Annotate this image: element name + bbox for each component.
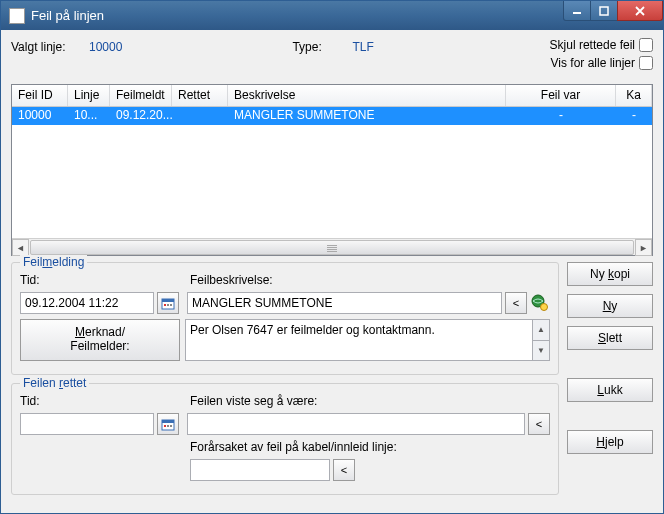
skjul-rettede-row: Skjul rettede feil [550, 38, 653, 52]
client-area: Valgt linje: 10000 Type: TLF Skjul rette… [1, 30, 663, 513]
merknad-textarea[interactable] [185, 319, 533, 361]
rettet-legend: Feilen rettet [20, 376, 89, 390]
ny-kopi-button[interactable]: Ny kopi [567, 262, 653, 286]
col-linje[interactable]: Linje [68, 85, 110, 106]
link-button[interactable] [530, 292, 550, 314]
col-rettet[interactable]: Rettet [172, 85, 228, 106]
vis-alle-checkbox[interactable] [639, 56, 653, 70]
lower-pane: Feilmelding Tid: Feilbeskrivelse: [11, 262, 653, 503]
svg-point-8 [541, 304, 548, 311]
feilbeskrivelse-label: Feilbeskrivelse: [190, 273, 550, 287]
button-column: Ny kopi Ny Slett Lukk Hjelp [567, 262, 653, 503]
svg-rect-4 [164, 304, 166, 306]
col-kabel[interactable]: Ka [616, 85, 652, 106]
forarsaket-pick-button[interactable]: < [333, 459, 355, 481]
valgt-linje-label: Valgt linje: [11, 40, 89, 54]
col-beskrivelse[interactable]: Beskrivelse [228, 85, 506, 106]
form-column: Feilmelding Tid: Feilbeskrivelse: [11, 262, 559, 503]
spin-down-icon[interactable]: ▼ [533, 341, 549, 361]
skjul-rettede-checkbox[interactable] [639, 38, 653, 52]
merknad-feilmelder-button[interactable]: Merknad/ Feilmelder: [20, 319, 180, 361]
feilbeskrivelse-pick-button[interactable]: < [505, 292, 527, 314]
valgt-linje-value: 10000 [89, 40, 122, 54]
table-row[interactable]: 10000 10... 09.12.20... MANGLER SUMMETON… [12, 107, 652, 125]
svg-rect-3 [162, 299, 174, 302]
window-controls [564, 1, 663, 21]
viste-input[interactable] [187, 413, 525, 435]
col-feil-var[interactable]: Feil var [506, 85, 616, 106]
grid-header[interactable]: Feil ID Linje Feilmeldt Rettet Beskrivel… [12, 85, 652, 107]
close-icon [635, 6, 645, 16]
cell-kabel: - [616, 107, 652, 125]
col-feil-id[interactable]: Feil ID [12, 85, 68, 106]
svg-rect-5 [167, 304, 169, 306]
skjul-rettede-label: Skjul rettede feil [550, 38, 635, 52]
minimize-button[interactable] [563, 1, 591, 21]
vis-alle-row: Vis for alle linjer [551, 56, 653, 70]
vis-alle-label: Vis for alle linjer [551, 56, 635, 70]
type-label: Type: [292, 40, 352, 54]
merknad-line1: Merknad/ [75, 325, 125, 339]
rettet-tid-label: Tid: [20, 394, 190, 408]
tid-input[interactable] [20, 292, 154, 314]
svg-rect-6 [170, 304, 172, 306]
app-window: Feil på linjen Valgt linje: 10000 Type: … [0, 0, 664, 514]
calendar-icon [161, 417, 175, 431]
maximize-icon [599, 6, 609, 16]
scroll-grip-icon [327, 245, 337, 252]
viste-label: Feilen viste seg å være: [190, 394, 550, 408]
rettet-calendar-button[interactable] [157, 413, 179, 435]
cell-feil-id: 10000 [12, 107, 68, 125]
close-button[interactable] [617, 1, 663, 21]
titlebar[interactable]: Feil på linjen [1, 1, 663, 30]
calendar-button[interactable] [157, 292, 179, 314]
hjelp-button[interactable]: Hjelp [567, 430, 653, 454]
globe-link-icon [531, 294, 549, 312]
textarea-spin[interactable]: ▲ ▼ [533, 319, 550, 361]
cell-linje: 10... [68, 107, 110, 125]
minimize-icon [572, 6, 582, 16]
cell-feil-var: - [506, 107, 616, 125]
window-title: Feil på linjen [31, 8, 104, 23]
forarsaket-label: Forårsaket av feil på kabel/innleid linj… [190, 440, 397, 454]
feilmelding-legend: Feilmelding [20, 255, 87, 269]
feilbeskrivelse-input[interactable] [187, 292, 502, 314]
scroll-right-button[interactable]: ► [635, 239, 652, 256]
svg-rect-10 [162, 420, 174, 423]
col-feilmeldt[interactable]: Feilmeldt [110, 85, 172, 106]
cell-feilmeldt: 09.12.20... [110, 107, 172, 125]
calendar-icon [161, 296, 175, 310]
ny-button[interactable]: Ny [567, 294, 653, 318]
svg-rect-1 [600, 7, 608, 15]
svg-rect-11 [164, 425, 166, 427]
rettet-tid-input[interactable] [20, 413, 154, 435]
viste-pick-button[interactable]: < [528, 413, 550, 435]
lukk-button[interactable]: Lukk [567, 378, 653, 402]
grid-body: 10000 10... 09.12.20... MANGLER SUMMETON… [12, 107, 652, 238]
maximize-button[interactable] [590, 1, 618, 21]
merknad-line2: Feilmelder: [70, 339, 129, 353]
svg-rect-13 [170, 425, 172, 427]
scroll-thumb[interactable] [30, 240, 634, 255]
cell-rettet [172, 107, 228, 125]
forarsaket-input[interactable] [190, 459, 330, 481]
svg-rect-0 [573, 12, 581, 14]
feilen-rettet-group: Feilen rettet Tid: Feilen viste seg å væ… [11, 383, 559, 495]
slett-button[interactable]: Slett [567, 326, 653, 350]
svg-rect-12 [167, 425, 169, 427]
feilmelding-group: Feilmelding Tid: Feilbeskrivelse: [11, 262, 559, 375]
spin-up-icon[interactable]: ▲ [533, 320, 549, 341]
app-icon [9, 8, 25, 24]
cell-beskrivelse: MANGLER SUMMETONE [228, 107, 506, 125]
tid-label: Tid: [20, 273, 190, 287]
error-grid[interactable]: Feil ID Linje Feilmeldt Rettet Beskrivel… [11, 84, 653, 256]
scroll-left-button[interactable]: ◄ [12, 239, 29, 256]
horizontal-scrollbar[interactable]: ◄ ► [12, 238, 652, 255]
type-value: TLF [352, 40, 373, 54]
